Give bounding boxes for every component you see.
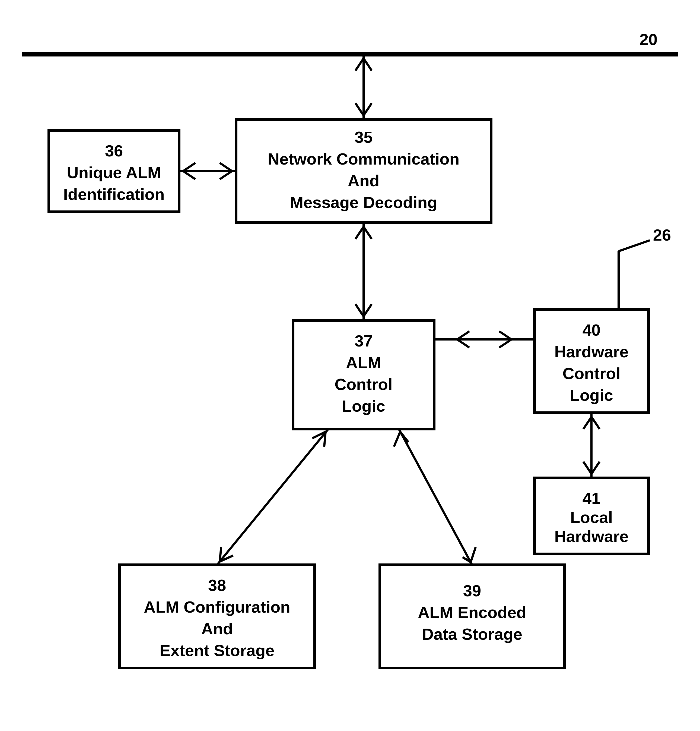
diagram: 20 35 Network Communication And Message …: [0, 0, 700, 731]
box-41-line-0: Local: [570, 508, 613, 527]
box-37-line-1: Control: [335, 375, 392, 393]
box-40: 40 Hardware Control Logic: [535, 310, 649, 413]
box-39-num: 39: [463, 582, 481, 600]
box-35-num: 35: [354, 128, 373, 146]
conn-36-35: [179, 163, 236, 179]
box-36: 36 Unique ALM Identification: [49, 130, 179, 212]
box-41-num: 41: [583, 489, 601, 508]
conn-37-40: [434, 331, 535, 348]
conn-bus-35: [356, 54, 372, 119]
box-40-line-0: Hardware: [554, 343, 628, 361]
box-41-line-1: Hardware: [554, 527, 628, 546]
box-38-num: 38: [208, 576, 226, 594]
conn-37-39: [394, 429, 476, 565]
box-37: 37 ALM Control Logic: [293, 320, 434, 429]
box-39: 39 ALM Encoded Data Storage: [380, 565, 564, 668]
box-36-line-1: Identification: [63, 185, 164, 203]
leader-26-label: 26: [653, 226, 671, 244]
svg-line-15: [619, 240, 650, 251]
box-38-line-1: And: [201, 619, 233, 638]
box-38-line-2: Extent Storage: [160, 641, 274, 660]
conn-40-41: [583, 413, 600, 478]
svg-line-13: [399, 429, 472, 565]
conn-35-37: [356, 223, 372, 320]
box-35-line-1: And: [348, 172, 379, 190]
box-37-line-2: Logic: [342, 397, 385, 415]
box-41: 41 Local Hardware: [535, 478, 649, 554]
leader-26: 26: [619, 226, 671, 310]
box-40-line-2: Logic: [570, 386, 613, 404]
box-35: 35 Network Communication And Message Dec…: [236, 119, 491, 223]
box-39-line-1: Data Storage: [422, 625, 522, 643]
box-40-line-1: Control: [562, 364, 620, 383]
box-36-line-0: Unique ALM: [67, 163, 161, 182]
conn-37-38: [217, 429, 328, 565]
box-35-line-0: Network Communication: [268, 150, 460, 168]
box-40-num: 40: [583, 321, 601, 339]
box-38-line-0: ALM Configuration: [144, 598, 290, 616]
box-37-line-0: ALM: [346, 354, 381, 372]
svg-line-12: [217, 429, 328, 565]
bus-label: 20: [640, 31, 658, 48]
box-39-line-0: ALM Encoded: [418, 603, 526, 622]
box-37-num: 37: [354, 332, 373, 350]
box-38: 38 ALM Configuration And Extent Storage: [119, 565, 315, 668]
box-35-line-2: Message Decoding: [290, 193, 437, 211]
box-36-num: 36: [105, 142, 123, 160]
